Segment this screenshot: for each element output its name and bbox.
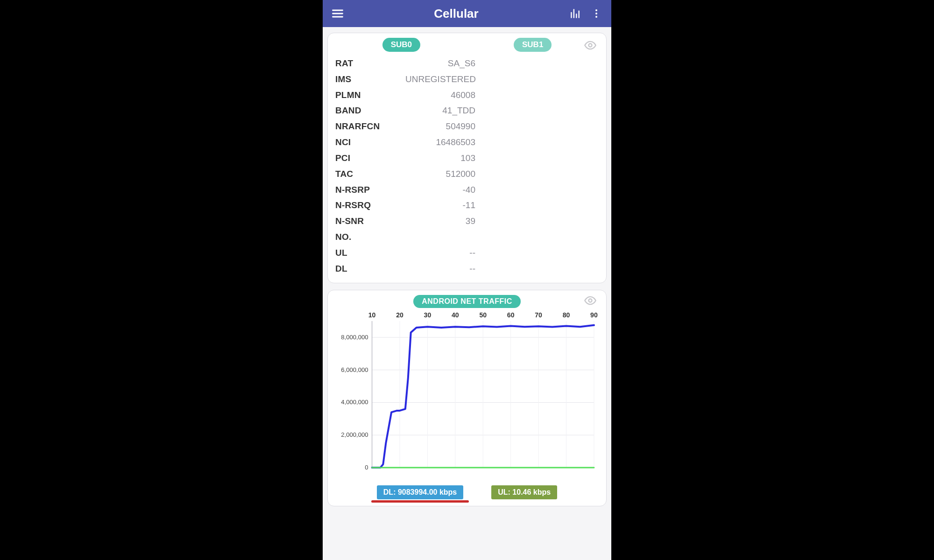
svg-text:60: 60 bbox=[507, 311, 515, 319]
svg-text:50: 50 bbox=[479, 311, 487, 319]
svg-text:70: 70 bbox=[535, 311, 542, 319]
metric-row: RATSA_S6 bbox=[335, 56, 599, 71]
metric-value: 504990 bbox=[405, 119, 475, 134]
metric-row: NRARFCN504990 bbox=[335, 119, 599, 134]
svg-point-3 bbox=[589, 44, 592, 47]
metric-row: IMSUNREGISTERED bbox=[335, 71, 599, 87]
metric-value: -11 bbox=[405, 197, 475, 213]
metric-value: 39 bbox=[405, 213, 475, 229]
dl-rate-value: DL: 9083994.00 kbps bbox=[383, 488, 457, 496]
svg-text:2,000,000: 2,000,000 bbox=[341, 432, 368, 439]
metric-value: -- bbox=[405, 245, 475, 261]
menu-icon[interactable] bbox=[329, 5, 346, 22]
metric-row: N-SNR39 bbox=[335, 213, 599, 229]
svg-text:6,000,000: 6,000,000 bbox=[341, 366, 368, 373]
metric-label: PCI bbox=[335, 150, 405, 166]
svg-point-1 bbox=[595, 13, 597, 14]
metric-value: 46008 bbox=[405, 87, 475, 103]
visibility-toggle-icon[interactable] bbox=[584, 294, 597, 309]
metric-label: NO. bbox=[335, 229, 405, 245]
stats-icon[interactable] bbox=[566, 5, 583, 22]
visibility-toggle-icon[interactable] bbox=[584, 39, 597, 54]
metric-label: DL bbox=[335, 261, 405, 277]
svg-point-0 bbox=[595, 9, 597, 11]
metric-label: NRARFCN bbox=[335, 119, 405, 134]
ul-rate-value: UL: 10.46 kbps bbox=[498, 488, 551, 496]
metric-label: N-RSRP bbox=[335, 182, 405, 198]
metric-row: DL-- bbox=[335, 261, 599, 277]
metric-value: 103 bbox=[405, 150, 475, 166]
svg-text:80: 80 bbox=[563, 311, 570, 319]
content-area: SUB0 SUB1 RATSA_S6IMSUNREGISTEREDPLMN460… bbox=[323, 27, 611, 560]
metric-row: TAC512000 bbox=[335, 166, 599, 182]
cellular-metrics-card: SUB0 SUB1 RATSA_S6IMSUNREGISTEREDPLMN460… bbox=[327, 33, 607, 283]
net-traffic-card: ANDROID NET TRAFFIC 02,000,0004,000,0006… bbox=[327, 290, 607, 506]
app-bar: Cellular bbox=[323, 0, 611, 27]
metric-label: IMS bbox=[335, 71, 405, 87]
metric-label: TAC bbox=[335, 166, 405, 182]
svg-text:8,000,000: 8,000,000 bbox=[341, 334, 368, 341]
metric-label: PLMN bbox=[335, 87, 405, 103]
metric-row: NO. bbox=[335, 229, 599, 245]
chart-title-pill: ANDROID NET TRAFFIC bbox=[413, 295, 520, 308]
metric-value: -40 bbox=[405, 182, 475, 198]
metric-value: UNREGISTERED bbox=[405, 71, 475, 87]
metric-row: PCI103 bbox=[335, 150, 599, 166]
metric-label: BAND bbox=[335, 103, 405, 119]
metric-value: 512000 bbox=[405, 166, 475, 182]
metric-label: RAT bbox=[335, 56, 405, 71]
dl-rate-badge: DL: 9083994.00 kbps bbox=[377, 485, 463, 499]
svg-point-2 bbox=[595, 16, 597, 18]
svg-text:40: 40 bbox=[452, 311, 459, 319]
metric-label: UL bbox=[335, 245, 405, 261]
metric-label: N-SNR bbox=[335, 213, 405, 229]
svg-text:90: 90 bbox=[590, 311, 598, 319]
svg-point-4 bbox=[589, 299, 592, 302]
tab-sub1[interactable]: SUB1 bbox=[514, 38, 552, 52]
app-screen: Cellular SUB0 SUB1 RATSA_S6IMSUNREGISTER… bbox=[323, 0, 611, 560]
metric-value: -- bbox=[405, 261, 475, 277]
svg-text:30: 30 bbox=[424, 311, 432, 319]
metric-value: SA_S6 bbox=[405, 56, 475, 71]
page-title: Cellular bbox=[351, 7, 562, 21]
svg-text:0: 0 bbox=[365, 464, 368, 471]
metric-value: 16486503 bbox=[405, 134, 475, 150]
metric-row: BAND41_TDD bbox=[335, 103, 599, 119]
tab-sub0[interactable]: SUB0 bbox=[382, 38, 420, 52]
metric-row: NCI16486503 bbox=[335, 134, 599, 150]
svg-text:20: 20 bbox=[396, 311, 403, 319]
metric-row: N-RSRQ-11 bbox=[335, 197, 599, 213]
metric-value: 41_TDD bbox=[405, 103, 475, 119]
metric-row: N-RSRP-40 bbox=[335, 182, 599, 198]
ul-rate-badge: UL: 10.46 kbps bbox=[491, 485, 557, 499]
traffic-chart: 02,000,0004,000,0006,000,0008,000,000102… bbox=[335, 309, 599, 482]
svg-text:4,000,000: 4,000,000 bbox=[341, 399, 368, 406]
overflow-menu-icon[interactable] bbox=[588, 5, 605, 22]
metric-row: PLMN46008 bbox=[335, 87, 599, 103]
dl-highlight-underline bbox=[371, 500, 469, 503]
svg-text:10: 10 bbox=[368, 311, 376, 319]
metric-label: N-RSRQ bbox=[335, 197, 405, 213]
metric-label: NCI bbox=[335, 134, 405, 150]
metric-row: UL-- bbox=[335, 245, 599, 261]
